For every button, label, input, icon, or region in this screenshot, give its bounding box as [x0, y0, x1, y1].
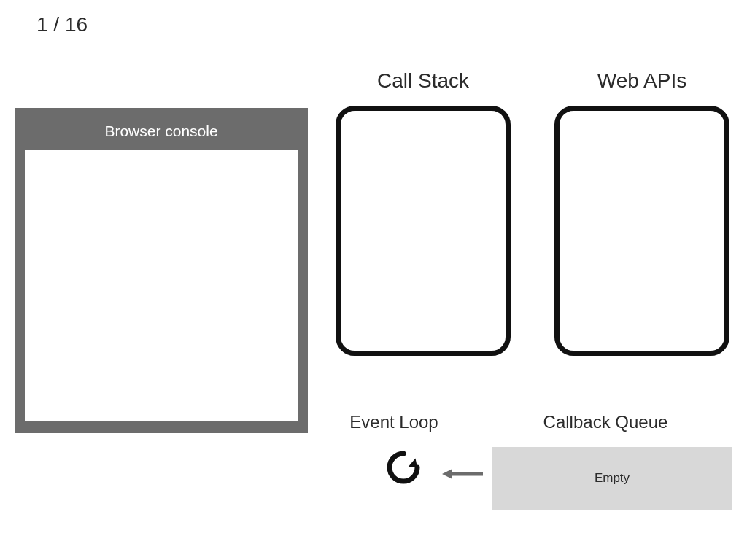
- refresh-loop-icon: [385, 449, 422, 486]
- callback-queue-content: Empty: [595, 471, 630, 486]
- call-stack-box: [336, 106, 511, 356]
- callback-queue-heading: Callback Queue: [511, 412, 700, 432]
- browser-console-title: Browser console: [25, 122, 298, 140]
- svg-marker-2: [442, 469, 452, 479]
- call-stack-heading: Call Stack: [336, 69, 511, 93]
- step-counter: 1 / 16: [36, 13, 88, 36]
- event-loop-heading: Event Loop: [321, 412, 467, 432]
- arrow-left-icon: [442, 467, 483, 481]
- browser-console-output: [25, 150, 298, 421]
- web-apis-heading: Web APIs: [554, 69, 729, 93]
- callback-queue-box: Empty: [492, 447, 732, 510]
- web-apis-box: [554, 106, 729, 356]
- browser-console-panel: Browser console: [15, 108, 308, 433]
- diagram-stage: 1 / 16 Browser console Call Stack Web AP…: [0, 0, 747, 560]
